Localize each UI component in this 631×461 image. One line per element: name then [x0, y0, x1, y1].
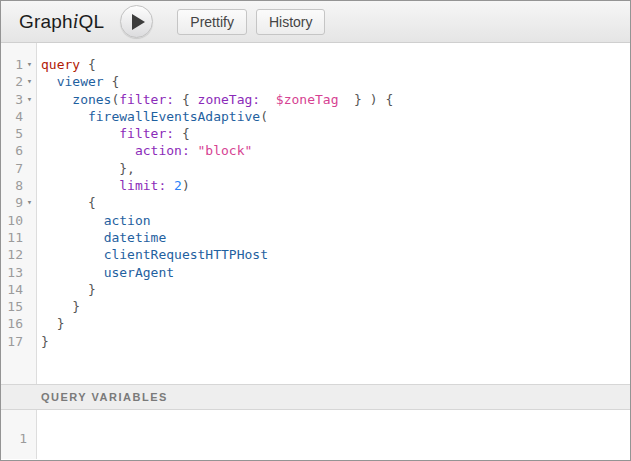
fold-spacer — [23, 160, 36, 177]
code-token: zoneTag: — [198, 92, 261, 107]
code-token: zones — [72, 92, 111, 107]
code-token — [41, 247, 104, 262]
graphiql-window: GraphiQL Prettify History 1▾2▾3▾456789▾1… — [0, 0, 631, 461]
line-number: 14 — [1, 281, 23, 298]
code-token: } — [88, 282, 96, 297]
code-line[interactable]: datetime — [41, 229, 630, 246]
code-token — [41, 109, 88, 124]
query-variables-title: Query Variables — [41, 391, 168, 403]
code-token: firewallEventsAdaptive — [88, 109, 260, 124]
code-token — [41, 178, 119, 193]
code-line[interactable]: }, — [41, 160, 630, 177]
code-line[interactable]: limit: 2) — [41, 177, 630, 194]
line-number-row: 13 — [1, 264, 36, 281]
code-line[interactable]: action — [41, 212, 630, 229]
line-number: 4 — [1, 108, 23, 125]
fold-spacer — [23, 246, 36, 263]
line-number: 3 — [1, 91, 23, 108]
line-number: 12 — [1, 246, 23, 263]
fold-spacer — [23, 125, 36, 142]
fold-spacer — [23, 264, 36, 281]
query-code[interactable]: query { viewer { zones(filter: { zoneTag… — [37, 43, 630, 384]
graphiql-logo: GraphiQL — [19, 10, 104, 33]
code-token — [41, 92, 72, 107]
logo-text-graph: Graph — [19, 11, 73, 32]
code-token — [166, 178, 174, 193]
line-number: 13 — [1, 264, 23, 281]
fold-spacer — [23, 229, 36, 246]
toolbar: GraphiQL Prettify History — [1, 1, 630, 43]
code-token — [41, 161, 119, 176]
code-token: ) — [182, 178, 190, 193]
line-number-row: 1▾ — [1, 56, 36, 73]
line-number: 9 — [1, 194, 23, 211]
line-number-row: 10 — [1, 212, 36, 229]
variables-gutter: 1 — [1, 410, 37, 459]
code-line[interactable]: } — [41, 315, 630, 332]
code-token — [41, 74, 57, 89]
code-line[interactable]: action: "block" — [41, 142, 630, 159]
code-token: userAgent — [104, 265, 174, 280]
fold-arrow-icon[interactable]: ▾ — [23, 56, 36, 73]
code-token: 2 — [174, 178, 182, 193]
code-token: filter: — [119, 92, 174, 107]
code-line[interactable]: viewer { — [41, 73, 630, 90]
code-token: limit: — [119, 178, 166, 193]
code-line[interactable]: firewallEventsAdaptive( — [41, 108, 630, 125]
fold-spacer — [23, 108, 36, 125]
fold-spacer — [23, 315, 36, 332]
fold-spacer — [23, 298, 36, 315]
line-number: 5 — [1, 125, 23, 142]
code-line[interactable]: } — [41, 281, 630, 298]
fold-spacer — [23, 177, 36, 194]
code-line[interactable]: filter: { — [41, 125, 630, 142]
line-number: 8 — [1, 177, 23, 194]
line-number: 1 — [1, 430, 27, 447]
code-line[interactable]: } — [41, 298, 630, 315]
code-token: { — [174, 126, 190, 141]
line-number: 2 — [1, 73, 23, 90]
code-token: datetime — [104, 230, 167, 245]
code-line[interactable]: userAgent — [41, 264, 630, 281]
code-line[interactable]: } — [41, 333, 630, 350]
line-number-row: 11 — [1, 229, 36, 246]
fold-arrow-icon[interactable]: ▾ — [23, 91, 36, 108]
code-line[interactable]: query { — [41, 56, 630, 73]
code-token — [260, 92, 276, 107]
code-token: $zoneTag — [276, 92, 339, 107]
code-token: ( — [260, 109, 268, 124]
fold-arrow-icon[interactable]: ▾ — [23, 194, 36, 211]
variables-code[interactable]: {"zoneTag":""} — [37, 410, 630, 459]
code-token — [41, 265, 104, 280]
code-line[interactable]: { — [41, 194, 630, 211]
prettify-button[interactable]: Prettify — [177, 9, 247, 35]
line-number: 11 — [1, 229, 23, 246]
history-button[interactable]: History — [256, 9, 326, 35]
execute-query-button[interactable] — [120, 5, 153, 38]
fold-spacer — [23, 212, 36, 229]
code-line[interactable]: zones(filter: { zoneTag: $zoneTag } ) { — [41, 91, 630, 108]
line-number: 16 — [1, 315, 23, 332]
code-token — [41, 230, 104, 245]
code-token: action: — [135, 143, 190, 158]
code-token: } — [41, 334, 49, 349]
code-line[interactable]: clientRequestHTTPHost — [41, 246, 630, 263]
code-token: action — [104, 213, 151, 228]
code-token — [41, 282, 88, 297]
query-gutter: 1▾2▾3▾456789▾1011121314151617 — [1, 43, 37, 384]
query-editor: 1▾2▾3▾456789▾1011121314151617 query { vi… — [1, 43, 630, 384]
code-token — [41, 143, 135, 158]
code-token — [41, 126, 119, 141]
code-token: query — [41, 57, 80, 72]
line-number-row: 2▾ — [1, 73, 36, 90]
code-token: }, — [119, 161, 135, 176]
line-number: 17 — [1, 333, 23, 350]
line-number: 6 — [1, 142, 23, 159]
fold-arrow-icon[interactable]: ▾ — [23, 73, 36, 90]
code-token: filter: — [119, 126, 174, 141]
line-number-row: 15 — [1, 298, 36, 315]
line-number: 10 — [1, 212, 23, 229]
variables-editor: 1 {"zoneTag":""} — [1, 410, 630, 459]
line-number-row: 4 — [1, 108, 36, 125]
query-variables-header[interactable]: Query Variables — [1, 384, 630, 410]
